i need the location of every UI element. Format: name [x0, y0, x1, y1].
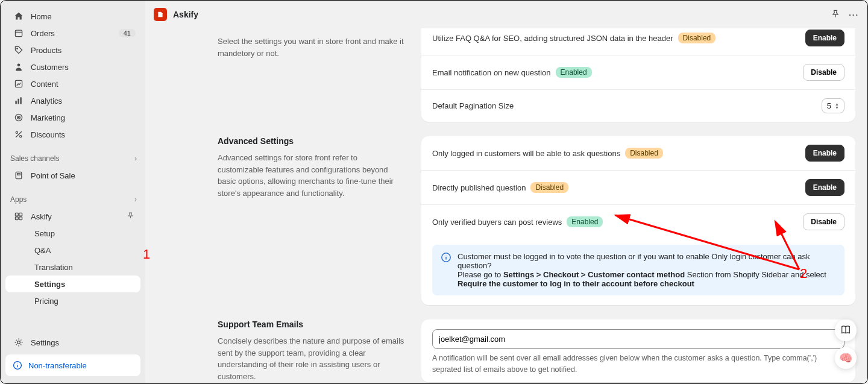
- subnav-qa-label: Q&A: [34, 246, 51, 255]
- pagination-label: Default Pagination Size: [432, 101, 514, 110]
- customers-icon: [13, 61, 25, 73]
- sales-channels-label: Sales channels: [10, 154, 59, 163]
- askify-icon: [13, 210, 25, 222]
- email-notif-label: Email notification on new question: [432, 68, 551, 77]
- topbar: Askify ···: [145, 1, 867, 28]
- analytics-icon: [13, 95, 25, 107]
- content-icon: [13, 78, 25, 90]
- support-emails-card: A notification will be sent over all ema…: [421, 319, 855, 382]
- nav-global-settings-label: Settings: [31, 338, 59, 347]
- nav-products[interactable]: Products: [5, 42, 140, 58]
- discounts-icon: [13, 128, 25, 140]
- advanced-title: Advanced Settings: [218, 136, 404, 146]
- verified-label: Only verified buyers can post reviews: [432, 218, 562, 227]
- nav-discounts[interactable]: Discounts: [5, 126, 140, 143]
- email-notif-badge: Enabled: [556, 67, 592, 78]
- nav-customers[interactable]: Customers: [5, 58, 140, 75]
- subnav-setup[interactable]: Setup: [5, 225, 140, 242]
- svg-point-1: [17, 48, 18, 49]
- nav-global-settings[interactable]: Settings: [5, 334, 140, 351]
- svg-rect-17: [19, 217, 22, 220]
- info-icon: [441, 252, 451, 288]
- brain-icon: 🧠: [839, 351, 852, 365]
- subnav-settings[interactable]: Settings: [5, 275, 140, 292]
- nav-askify[interactable]: Askify: [5, 208, 140, 225]
- basic-settings-card: Utilize FAQ Q&A for SEO, adding structur…: [421, 28, 855, 122]
- support-email-input[interactable]: [432, 329, 844, 349]
- subnav-pricing-label: Pricing: [34, 297, 58, 306]
- svg-rect-0: [15, 30, 22, 36]
- stepper-arrows-icon: ▲▼: [835, 102, 839, 110]
- info-line2: Please go to Settings > Checkout > Custo…: [458, 270, 836, 288]
- svg-point-11: [20, 136, 22, 137]
- svg-point-18: [17, 341, 20, 344]
- direct-pub-badge: Disabled: [530, 182, 568, 193]
- logged-in-label: Only logged in customers will be able to…: [432, 149, 620, 158]
- info-line1: Customer must be logged in to vote the q…: [458, 252, 836, 270]
- support-email-note: A notification will be sent over all ema…: [421, 353, 855, 382]
- subnav-settings-label: Settings: [34, 280, 65, 289]
- content-area: Select the settings you want in store fr…: [145, 28, 867, 383]
- nav-pos-label: Point of Sale: [31, 171, 75, 180]
- subnav-translation[interactable]: Translation: [5, 259, 140, 275]
- sidebar: Home Orders 41 Products Customers Conten…: [1, 1, 145, 383]
- svg-rect-6: [20, 97, 21, 104]
- more-icon[interactable]: ···: [849, 10, 859, 19]
- subnav-pricing[interactable]: Pricing: [5, 292, 140, 309]
- seo-setting-label: Utilize FAQ Q&A for SEO, adding structur…: [432, 34, 673, 43]
- svg-point-9: [18, 117, 19, 118]
- marketing-icon: [13, 112, 25, 124]
- app-logo: [154, 8, 167, 21]
- annotation-1: 1: [143, 247, 150, 262]
- nav-home[interactable]: Home: [5, 8, 140, 25]
- non-transferable-banner[interactable]: Non-transferable: [5, 354, 140, 376]
- nav-content[interactable]: Content: [5, 75, 140, 92]
- subnav-qa[interactable]: Q&A: [5, 242, 140, 259]
- direct-pub-label: Directly published question: [432, 183, 526, 192]
- pagination-stepper[interactable]: 5 ▲▼: [822, 98, 844, 113]
- nav-analytics-label: Analytics: [31, 96, 62, 105]
- brain-button[interactable]: 🧠: [835, 347, 857, 369]
- support-desc: Concisely describes the nature and purpo…: [218, 335, 404, 382]
- advanced-settings-card: Only logged in customers will be able to…: [421, 136, 855, 305]
- seo-enable-button[interactable]: Enable: [805, 30, 844, 46]
- svg-rect-12: [16, 172, 22, 178]
- svg-point-2: [17, 63, 20, 66]
- nav-marketing[interactable]: Marketing: [5, 109, 140, 126]
- pagination-value: 5: [827, 101, 831, 110]
- orders-icon: [13, 27, 25, 39]
- sales-channels-header[interactable]: Sales channels ›: [1, 150, 145, 167]
- nav-home-label: Home: [31, 12, 52, 21]
- pin-icon[interactable]: [127, 212, 134, 221]
- chevron-right-icon: ›: [134, 195, 137, 204]
- direct-pub-enable-button[interactable]: Enable: [805, 179, 844, 196]
- verified-disable-button[interactable]: Disable: [803, 213, 844, 230]
- svg-rect-15: [19, 213, 22, 216]
- svg-rect-4: [15, 101, 16, 104]
- advanced-desc: Advanced settings for store front refer …: [218, 152, 404, 199]
- nav-analytics[interactable]: Analytics: [5, 92, 140, 109]
- svg-point-10: [16, 131, 17, 133]
- pos-icon: [13, 169, 25, 181]
- gear-icon: [13, 336, 25, 348]
- chevron-right-icon: ›: [134, 154, 137, 163]
- app-title: Askify: [173, 10, 198, 19]
- apps-header[interactable]: Apps ›: [1, 191, 145, 208]
- docs-button[interactable]: [835, 319, 857, 341]
- logged-in-enable-button[interactable]: Enable: [805, 145, 844, 162]
- basic-section-desc: Select the settings you want in store fr…: [218, 36, 404, 59]
- info-icon: [11, 359, 24, 371]
- nav-pos[interactable]: Point of Sale: [5, 167, 140, 184]
- subnav-translation-label: Translation: [34, 263, 73, 272]
- nav-marketing-label: Marketing: [31, 113, 65, 122]
- nav-askify-label: Askify: [31, 212, 52, 221]
- pin-icon[interactable]: [831, 9, 840, 20]
- nav-customers-label: Customers: [31, 63, 69, 72]
- email-notif-disable-button[interactable]: Disable: [803, 64, 844, 81]
- nav-orders-label: Orders: [31, 29, 55, 38]
- support-title: Support Team Emails: [218, 319, 404, 329]
- book-icon: [840, 324, 851, 337]
- subnav-setup-label: Setup: [34, 229, 55, 238]
- nav-orders[interactable]: Orders 41: [5, 25, 140, 42]
- nav-products-label: Products: [31, 46, 61, 55]
